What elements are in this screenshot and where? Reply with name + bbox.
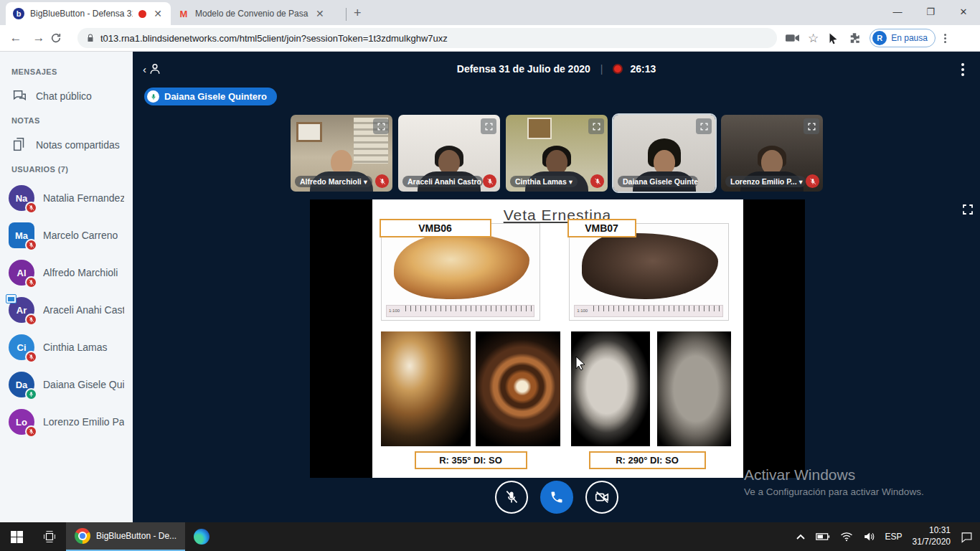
- avatar: Na: [9, 185, 34, 211]
- user-row-alfredo[interactable]: Al Alfredo Marchioli: [0, 254, 133, 291]
- language-indicator[interactable]: ESP: [885, 532, 903, 542]
- user-row-marcelo[interactable]: Ma Marcelo Carreno: [0, 217, 133, 254]
- presentation-area: Veta Ernestina 1:100 1:100 VMB06: [310, 199, 805, 478]
- microscope-image: [476, 331, 560, 446]
- presentation-fullscreen-icon[interactable]: [961, 203, 974, 216]
- mic-muted-icon: [504, 490, 519, 504]
- recording-indicator[interactable]: 26:13: [613, 63, 656, 75]
- tab-recording-icon: [138, 10, 146, 18]
- notes-header: NOTAS: [0, 110, 133, 131]
- ruler: 1:100: [574, 305, 723, 317]
- users-header: USUARIOS (7): [0, 159, 133, 179]
- taskbar-edge-button[interactable]: [185, 522, 218, 551]
- current-speaker-pill: Daiana Gisele Quintero: [144, 88, 277, 105]
- fullscreen-icon[interactable]: [696, 118, 712, 134]
- window-minimize-button[interactable]: —: [881, 0, 914, 23]
- chevron-down-icon: ▾: [799, 177, 803, 186]
- battery-icon[interactable]: [816, 532, 830, 541]
- webcam-tile[interactable]: Lorenzo Emilio P...▾: [721, 115, 823, 192]
- ruler: 1:100: [386, 305, 534, 317]
- tab-close-icon[interactable]: ✕: [314, 9, 326, 19]
- window-restore-button[interactable]: ❐: [914, 0, 947, 23]
- sidebar-item-shared-notes[interactable]: Notas compartidas: [0, 131, 133, 159]
- profile-avatar: R: [872, 31, 887, 45]
- window-close-button[interactable]: ✕: [947, 0, 980, 23]
- rock-sample-photo-vmb07: 1:100: [569, 223, 729, 321]
- microscope-image: [657, 331, 731, 446]
- camera-indicator-icon[interactable]: [786, 33, 799, 43]
- user-row-natalia[interactable]: Na Natalia Fernandez (Tu): [0, 179, 133, 217]
- record-dot-icon: [613, 64, 623, 74]
- clock[interactable]: 10:31 31/7/2020: [913, 525, 951, 547]
- recording-time: 26:13: [630, 63, 656, 75]
- fullscreen-icon[interactable]: [588, 118, 604, 134]
- webcam-tile[interactable]: Araceli Anahi Castro▾: [398, 115, 500, 192]
- tab-title: Modelo de Convenio de Pasantía: [195, 9, 308, 19]
- avatar: Ci: [9, 334, 34, 360]
- start-button[interactable]: [0, 522, 33, 551]
- tab-close-icon[interactable]: ✕: [152, 9, 164, 19]
- orientation-caption-1: R: 355° DI: SO: [415, 451, 527, 469]
- bookmark-star-icon[interactable]: ☆: [808, 31, 819, 46]
- avatar: Da: [9, 372, 34, 397]
- bigbluebutton-app: MENSAJES Chat público NOTAS Notas compar…: [0, 52, 980, 522]
- sidebar-item-public-chat[interactable]: Chat público: [0, 82, 133, 110]
- browser-menu-icon[interactable]: [944, 34, 946, 43]
- microscope-image: [381, 331, 471, 446]
- webcam-name[interactable]: Daiana Gisele Quintero▾: [618, 176, 698, 187]
- chrome-icon: [75, 528, 90, 544]
- mic-muted-icon: [25, 351, 37, 363]
- share-webcam-button[interactable]: [585, 481, 618, 514]
- user-row-araceli[interactable]: Ar Araceli Anahi Castro: [0, 291, 133, 329]
- webcam-tile-speaking[interactable]: Daiana Gisele Quintero▾: [613, 115, 715, 192]
- task-view-button[interactable]: [33, 522, 66, 551]
- mic-muted-icon: [25, 202, 37, 214]
- profile-chip[interactable]: R En pausa: [870, 29, 936, 47]
- avatar: Ma: [9, 222, 34, 248]
- mute-microphone-button[interactable]: [495, 481, 528, 514]
- extension-cursor-icon[interactable]: [827, 32, 839, 44]
- sample-label-vmb06: VMB06: [380, 219, 491, 237]
- mic-muted-icon: [590, 174, 604, 188]
- avatar: Ar: [9, 297, 34, 323]
- action-center-icon[interactable]: [961, 531, 973, 543]
- profile-status: En pausa: [891, 33, 928, 43]
- mic-muted-icon: [25, 425, 37, 438]
- rock-sample-photo-vmb06: 1:100: [381, 223, 540, 321]
- avatar: Lo: [9, 409, 34, 435]
- fullscreen-icon[interactable]: [373, 118, 389, 134]
- browser-toolbar: ← → t013.rna1.blindsidenetworks.com/html…: [0, 25, 980, 52]
- webcam-name[interactable]: Araceli Anahi Castro▾: [402, 176, 483, 187]
- webcam-name[interactable]: Alfredo Marchioli▾: [295, 176, 372, 187]
- extensions-puzzle-icon[interactable]: [848, 32, 861, 44]
- webcam-tile[interactable]: Alfredo Marchioli▾: [291, 115, 392, 192]
- slide: Veta Ernestina 1:100 1:100 VMB06: [372, 199, 743, 478]
- leave-audio-button[interactable]: [540, 481, 573, 514]
- user-row-daiana[interactable]: Da Daiana Gisele Quinte...: [0, 366, 133, 403]
- user-row-cinthia[interactable]: Ci Cinthia Lamas: [0, 329, 133, 366]
- avatar: Al: [9, 260, 34, 286]
- mic-muted-icon: [375, 174, 389, 188]
- tab-bigbluebutton[interactable]: b BigBlueButton - Defensa 31 ✕: [6, 2, 171, 25]
- fullscreen-icon[interactable]: [481, 118, 496, 134]
- wifi-icon[interactable]: [840, 532, 853, 542]
- options-menu-icon[interactable]: [961, 63, 964, 76]
- address-bar[interactable]: t013.rna1.blindsidenetworks.com/html5cli…: [77, 28, 777, 48]
- back-icon[interactable]: ←: [4, 31, 27, 45]
- fullscreen-icon[interactable]: [804, 118, 819, 134]
- chat-icon: [11, 88, 27, 104]
- user-row-lorenzo[interactable]: Lo Lorenzo Emilio Parra: [0, 403, 133, 441]
- windows-taskbar: BigBlueButton - De... ESP 10:31 31/7/202…: [0, 522, 980, 551]
- tray-chevron-icon[interactable]: [796, 533, 806, 540]
- webcam-name[interactable]: Cinthia Lamas▾: [510, 176, 578, 187]
- tab-gmail[interactable]: M Modelo de Convenio de Pasantía ✕: [171, 2, 343, 25]
- mic-muted-icon: [483, 174, 496, 188]
- forward-icon[interactable]: →: [27, 31, 50, 45]
- new-tab-button[interactable]: +: [354, 6, 362, 21]
- volume-icon[interactable]: [863, 532, 875, 542]
- webcam-tile[interactable]: Cinthia Lamas▾: [506, 115, 608, 192]
- webcam-name[interactable]: Lorenzo Emilio P...▾: [725, 176, 806, 187]
- mic-on-icon: [25, 388, 37, 400]
- reload-icon[interactable]: [50, 32, 73, 44]
- taskbar-chrome-window[interactable]: BigBlueButton - De...: [66, 522, 185, 551]
